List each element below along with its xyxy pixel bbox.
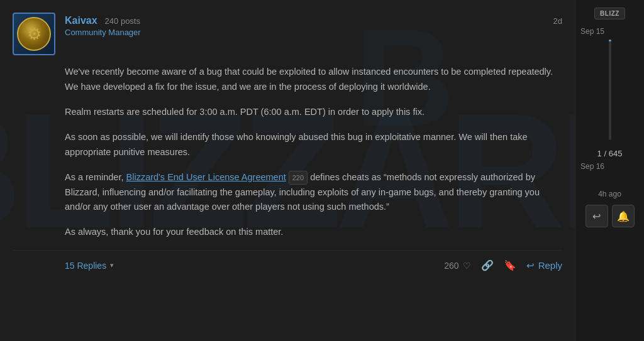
footer-actions: 260 ♡ 🔗 🔖 ↩ Reply (444, 259, 562, 271)
progress-area (580, 40, 639, 140)
post-meta: Kaivax 240 posts 2d Community Manager (65, 13, 562, 37)
paragraph-5: As always, thank you for your feedback o… (65, 225, 562, 240)
page-indicator[interactable]: 1 / 645 (597, 149, 623, 158)
like-button[interactable]: 260 ♡ (444, 261, 470, 271)
author-line: Kaivax 240 posts 2d (65, 15, 562, 26)
bookmark-icon: 🔖 (504, 260, 516, 271)
replies-label: 15 Replies (65, 261, 106, 271)
reply-arrow-icon: ↩ (526, 260, 535, 271)
paragraph-4: As a reminder, Blizzard's End User Licen… (65, 170, 562, 215)
paragraph-4-pre: As a reminder, (65, 172, 126, 182)
paragraph-3: As soon as possible, we will identify th… (65, 130, 562, 160)
sidebar-action-buttons: ↩ 🔔 (586, 205, 635, 227)
right-sidebar: BLIZZ Sep 15 1 / 645 Sep 16 4h ago ↩ 🔔 (575, 0, 644, 341)
avatar: ⚙ (13, 13, 55, 55)
bell-icon: 🔔 (617, 210, 630, 222)
date-bottom: Sep 16 (580, 162, 604, 171)
post-header: ⚙ Kaivax 240 posts 2d Community Manager (13, 13, 562, 55)
sidebar-bell-button[interactable]: 🔔 (612, 205, 635, 227)
bookmark-button[interactable]: 🔖 (504, 259, 516, 271)
time-ago: 4h ago (598, 190, 621, 198)
link-button[interactable]: 🔗 (481, 259, 494, 271)
avatar-inner: ⚙ (17, 17, 51, 51)
back-icon: ↩ (592, 210, 601, 222)
wow-icon: ⚙ (27, 24, 42, 44)
link-icon: 🔗 (481, 260, 494, 271)
like-count: 260 (444, 261, 458, 271)
blizz-tag: BLIZZ (594, 8, 625, 19)
link-count: 220 (289, 171, 308, 185)
post-container: ⚙ Kaivax 240 posts 2d Community Manager … (0, 0, 575, 280)
reply-button[interactable]: ↩ Reply (526, 260, 562, 271)
post-time: 2d (553, 16, 562, 26)
progress-fill (609, 40, 611, 41)
post-count: 240 posts (105, 16, 140, 26)
reply-label: Reply (538, 260, 562, 271)
replies-button[interactable]: 15 Replies ▾ (65, 261, 114, 271)
post-body: We've recently become aware of a bug tha… (13, 65, 562, 240)
date-top: Sep 15 (580, 27, 604, 36)
paragraph-2: Realm restarts are scheduled for 3:00 a.… (65, 105, 562, 120)
main-content: BLIZZARD ⚙ Kaivax 240 posts 2d Community… (0, 0, 575, 341)
author-name[interactable]: Kaivax (65, 15, 97, 26)
sidebar-back-button[interactable]: ↩ (586, 205, 608, 227)
progress-track (609, 40, 611, 140)
chevron-down-icon: ▾ (110, 261, 114, 269)
heart-icon: ♡ (463, 261, 471, 271)
post-footer: 15 Replies ▾ 260 ♡ 🔗 🔖 ↩ Reply (13, 250, 562, 280)
eula-link[interactable]: Blizzard's End User License Agreement (126, 172, 286, 182)
paragraph-1: We've recently become aware of a bug tha… (65, 65, 562, 95)
role-badge: Community Manager (65, 28, 562, 37)
